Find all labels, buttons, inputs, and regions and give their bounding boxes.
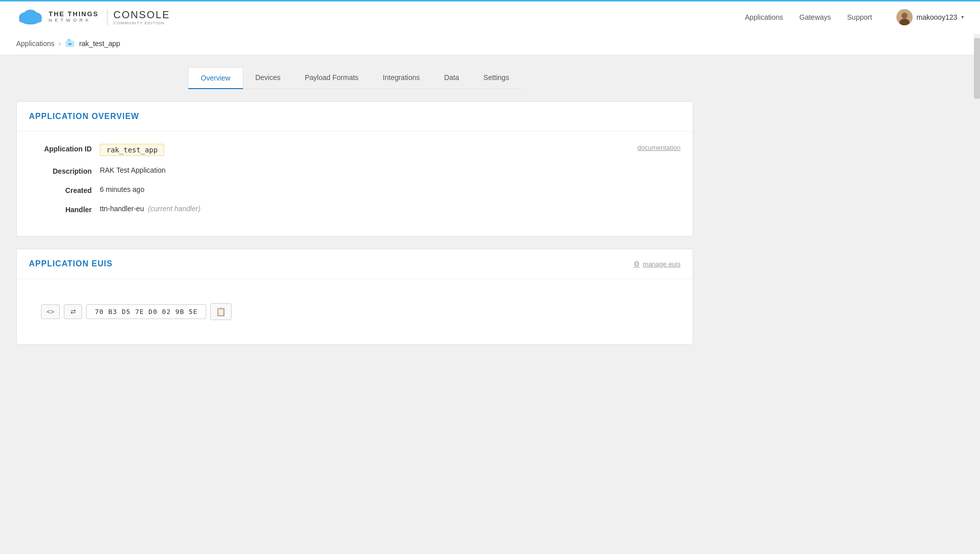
field-created: Created 6 minutes ago xyxy=(29,185,681,194)
euis-card-title: APPLICATION EUIS xyxy=(29,259,112,268)
breadcrumb-applications[interactable]: Applications xyxy=(16,39,55,48)
tab-data[interactable]: Data xyxy=(432,67,471,89)
nav-applications[interactable]: Applications xyxy=(745,13,783,21)
main-content: Overview Devices Payload Formats Integra… xyxy=(0,55,709,373)
gear-icon: ⚙ xyxy=(633,260,640,268)
handler-current-label: (current handler) xyxy=(148,205,201,213)
field-application-id: Application ID rak_test_app xyxy=(29,144,681,156)
username: makoooy123 xyxy=(917,13,957,21)
field-description: Description RAK Test Application xyxy=(29,166,681,175)
breadcrumb-current: rak_test_app xyxy=(79,39,120,48)
field-value-handler: ttn-handler-eu (current handler) xyxy=(100,205,201,213)
euis-card-header: APPLICATION EUIS ⚙ manage euis xyxy=(17,249,693,279)
tab-integrations[interactable]: Integrations xyxy=(370,67,432,89)
breadcrumb-separator: › xyxy=(59,39,61,48)
avatar xyxy=(896,9,913,25)
brand-network: N E T W O R K xyxy=(49,18,99,23)
user-menu[interactable]: makoooy123 ▾ xyxy=(896,9,964,25)
eui-value: 70 B3 D5 7E D0 02 9B 5E xyxy=(86,304,206,319)
tab-devices[interactable]: Devices xyxy=(243,67,293,89)
field-value-created: 6 minutes ago xyxy=(100,185,144,193)
nav-gateways[interactable]: Gateways xyxy=(800,13,831,21)
euis-card-body: <> ⇄ 70 B3 D5 7E D0 02 9B 5E 📋 xyxy=(17,279,693,344)
breadcrumb: Applications › rak_test_app xyxy=(0,32,980,55)
euis-card: APPLICATION EUIS ⚙ manage euis <> ⇄ 70 B… xyxy=(16,249,693,345)
manage-euis-label: manage euis xyxy=(643,260,681,268)
eui-code-button[interactable]: <> xyxy=(41,304,60,319)
svg-point-6 xyxy=(901,13,908,19)
documentation-link[interactable]: documentation xyxy=(637,144,681,151)
eui-swap-button[interactable]: ⇄ xyxy=(64,304,82,319)
scrollbar-thumb[interactable] xyxy=(974,38,980,99)
eui-row: <> ⇄ 70 B3 D5 7E D0 02 9B 5E 📋 xyxy=(29,291,681,332)
brand-ttn: THE THINGS xyxy=(49,11,99,18)
brand-console: CONSOLE xyxy=(114,9,170,21)
app-icon xyxy=(65,38,75,49)
tabs: Overview Devices Payload Formats Integra… xyxy=(188,67,521,89)
brand-edition: COMMUNITY EDITION xyxy=(114,21,170,25)
tab-settings[interactable]: Settings xyxy=(471,67,521,89)
overview-card-body: documentation Application ID rak_test_ap… xyxy=(17,132,693,236)
field-handler: Handler ttn-handler-eu (current handler) xyxy=(29,205,681,214)
field-value-description: RAK Test Application xyxy=(100,166,166,174)
eui-copy-button[interactable]: 📋 xyxy=(210,303,232,320)
field-label-created: Created xyxy=(29,185,100,194)
nav-support[interactable]: Support xyxy=(847,13,872,21)
manage-euis-link[interactable]: ⚙ manage euis xyxy=(633,260,681,268)
scrollbar[interactable] xyxy=(974,34,980,373)
ttn-logo-icon xyxy=(16,7,45,27)
field-value-app-id: rak_test_app xyxy=(100,144,164,156)
navbar-nav: Applications Gateways Support makoooy123… xyxy=(745,9,964,25)
tabs-container: Overview Devices Payload Formats Integra… xyxy=(16,55,693,89)
tab-overview[interactable]: Overview xyxy=(188,67,243,89)
field-label-handler: Handler xyxy=(29,205,100,214)
navbar: THE THINGS N E T W O R K CONSOLE COMMUNI… xyxy=(0,0,980,32)
tab-payload-formats[interactable]: Payload Formats xyxy=(292,67,370,89)
svg-rect-4 xyxy=(19,17,42,22)
field-label-app-id: Application ID xyxy=(29,144,100,153)
overview-card: APPLICATION OVERVIEW documentation Appli… xyxy=(16,101,693,236)
chevron-down-icon: ▾ xyxy=(961,14,964,20)
brand-text: THE THINGS N E T W O R K xyxy=(49,11,99,23)
svg-rect-9 xyxy=(68,43,71,45)
overview-card-title: APPLICATION OVERVIEW xyxy=(29,112,139,121)
brand: THE THINGS N E T W O R K CONSOLE COMMUNI… xyxy=(16,7,745,27)
field-label-description: Description xyxy=(29,166,100,175)
overview-card-header: APPLICATION OVERVIEW xyxy=(17,102,693,132)
